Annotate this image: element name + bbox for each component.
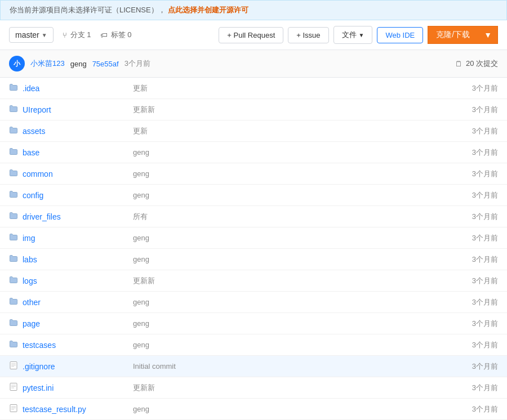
- file-name: .idea: [23, 84, 39, 93]
- tag-info: 🏷 标签 0: [100, 30, 132, 40]
- toolbar: master ▼ ⑂ 分支 1 🏷 标签 0 + Pull Request + …: [0, 20, 507, 50]
- file-link[interactable]: testcase_result.py: [9, 404, 115, 414]
- file-doc-icon: [9, 382, 18, 393]
- file-link[interactable]: pytest.ini: [9, 382, 115, 393]
- file-link[interactable]: common: [9, 168, 115, 179]
- file-commit-message: Initial commit: [124, 356, 439, 377]
- file-link[interactable]: page: [9, 318, 115, 329]
- clone-download-label[interactable]: 克隆/下载: [428, 26, 478, 43]
- file-commit-message: geng: [124, 249, 439, 270]
- table-row: .gitignoreInitial commit3个月前: [0, 356, 507, 377]
- commit-time: 3个月前: [124, 59, 150, 69]
- folder-icon: [9, 147, 18, 158]
- file-name: pytest.ini: [23, 383, 54, 392]
- table-row: pytest.ini更新新3个月前: [0, 377, 507, 399]
- file-time: 3个月前: [439, 270, 507, 292]
- chevron-down-icon[interactable]: ▼: [478, 27, 497, 43]
- web-ide-button[interactable]: Web IDE: [377, 27, 423, 43]
- file-link[interactable]: UIreport: [9, 104, 115, 115]
- folder-icon: [9, 211, 18, 222]
- file-name: config: [23, 191, 43, 200]
- file-link[interactable]: testcases: [9, 339, 115, 350]
- file-button[interactable]: 文件 ▼: [333, 26, 373, 44]
- file-commit-message: 所有: [124, 206, 439, 227]
- file-commit-message: geng: [124, 185, 439, 206]
- file-time: 3个月前: [439, 292, 507, 313]
- file-name: driver_files: [23, 212, 61, 221]
- file-time: 3个月前: [439, 142, 507, 163]
- file-link[interactable]: .idea: [9, 83, 115, 93]
- commit-info-left: 小 小米苗123 geng 75e55af 3个月前: [9, 56, 150, 72]
- tag-count: 标签 0: [111, 30, 132, 40]
- file-commit-message: 更新新: [124, 377, 439, 399]
- file-commit-message: geng: [124, 292, 439, 313]
- table-row: .idea更新3个月前: [0, 78, 507, 99]
- folder-icon: [9, 297, 18, 307]
- toolbar-right: + Pull Request + Issue 文件 ▼ Web IDE 克隆/下…: [219, 26, 498, 44]
- file-link[interactable]: driver_files: [9, 211, 115, 222]
- table-row: testcase_result.pygeng3个月前: [0, 399, 507, 420]
- folder-icon: [9, 339, 18, 350]
- file-commit-message: geng: [124, 142, 439, 163]
- branch-info: ⑂ 分支 1: [63, 30, 91, 40]
- commit-count-label: 20 次提交: [466, 59, 498, 69]
- file-commit-message: geng: [124, 334, 439, 356]
- commit-count-icon: 🗒: [455, 60, 462, 68]
- issue-button[interactable]: + Issue: [288, 27, 328, 43]
- folder-icon: [9, 233, 18, 243]
- file-commit-message: geng: [124, 313, 439, 334]
- file-link[interactable]: logs: [9, 275, 115, 286]
- file-commit-message: 更新: [124, 78, 439, 99]
- folder-icon: [9, 275, 18, 286]
- file-name: testcase_result.py: [23, 405, 86, 414]
- table-row: logs更新新3个月前: [0, 270, 507, 292]
- commit-message: geng: [70, 60, 87, 68]
- table-row: configgeng3个月前: [0, 185, 507, 206]
- file-name: other: [23, 298, 41, 307]
- commit-hash[interactable]: 75e55af: [92, 60, 119, 68]
- folder-icon: [9, 104, 18, 115]
- notice-link[interactable]: 点此选择并创建开源许可: [168, 5, 248, 15]
- file-commit-message: 更新新: [124, 99, 439, 120]
- clone-download-button[interactable]: 克隆/下载 ▼: [428, 26, 498, 44]
- folder-icon: [9, 168, 18, 179]
- table-row: pagegeng3个月前: [0, 313, 507, 334]
- file-link[interactable]: labs: [9, 254, 115, 265]
- file-commit-message: geng: [124, 399, 439, 420]
- branch-icon: ⑂: [63, 31, 67, 39]
- table-row: basegeng3个月前: [0, 142, 507, 163]
- file-link[interactable]: .gitignore: [9, 361, 115, 372]
- file-name: assets: [23, 127, 45, 136]
- table-row: othergeng3个月前: [0, 292, 507, 313]
- file-link[interactable]: other: [9, 297, 115, 307]
- file-time: 3个月前: [439, 227, 507, 249]
- table-row: driver_files所有3个月前: [0, 206, 507, 227]
- file-time: 3个月前: [439, 356, 507, 377]
- file-commit-message: geng: [124, 227, 439, 249]
- file-link[interactable]: config: [9, 190, 115, 200]
- pull-request-button[interactable]: + Pull Request: [219, 27, 283, 43]
- file-time: 3个月前: [439, 249, 507, 270]
- file-time: 3个月前: [439, 120, 507, 142]
- chevron-down-icon: ▼: [359, 32, 364, 38]
- file-link[interactable]: img: [9, 233, 115, 243]
- file-commit-message: 更新新: [124, 270, 439, 292]
- table-row: commongeng3个月前: [0, 163, 507, 185]
- file-name: img: [23, 234, 35, 243]
- branch-count: 分支 1: [70, 30, 91, 40]
- file-list: .idea更新3个月前 UIreport更新新3个月前 assets更新3个月前…: [0, 78, 507, 420]
- notice-text: 你当前并源项目尚未选择许可证（LICENSE），: [10, 5, 166, 15]
- folder-icon: [9, 190, 18, 200]
- file-link[interactable]: assets: [9, 126, 115, 136]
- file-time: 3个月前: [439, 78, 507, 99]
- file-time: 3个月前: [439, 377, 507, 399]
- branch-selector[interactable]: master ▼: [9, 27, 54, 43]
- file-doc-icon: [9, 361, 18, 372]
- avatar: 小: [9, 56, 25, 72]
- folder-icon: [9, 83, 18, 93]
- file-link[interactable]: base: [9, 147, 115, 158]
- file-name: labs: [23, 255, 37, 264]
- table-row: labsgeng3个月前: [0, 249, 507, 270]
- commit-author[interactable]: 小米苗123: [30, 59, 65, 69]
- file-name: logs: [23, 276, 37, 285]
